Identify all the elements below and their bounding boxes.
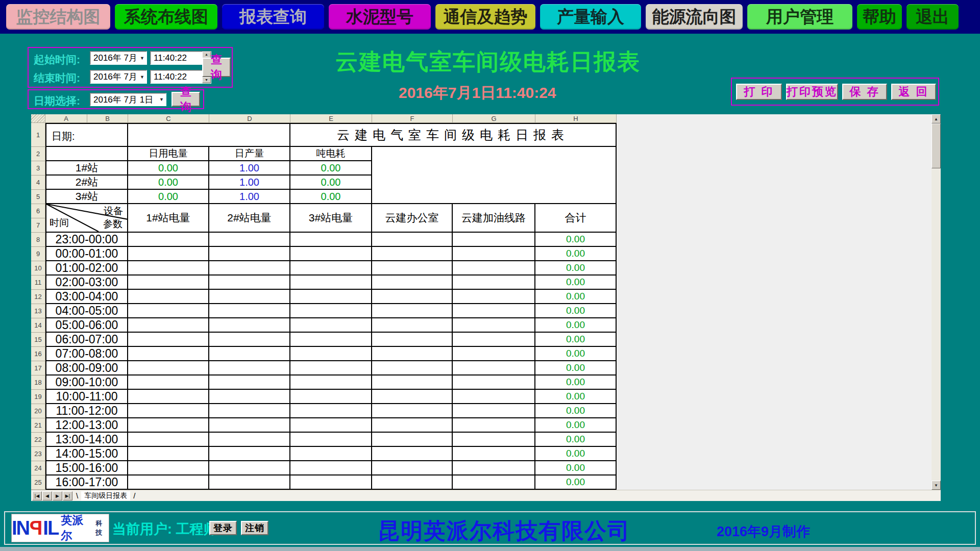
station-output-value[interactable]: 1.00 [209, 190, 290, 204]
row-header[interactable]: 8 [31, 233, 45, 247]
station-perton-value: 0.00 [290, 176, 372, 190]
logo-text-cn: 英派尔 [61, 513, 94, 543]
row-header[interactable]: 22 [31, 433, 45, 447]
row-header[interactable]: 19 [31, 390, 45, 404]
nav-button-cement-type[interactable]: 水泥型号 [329, 4, 431, 30]
empty-cell [372, 433, 453, 447]
col-header-f[interactable]: F [372, 114, 453, 123]
nav-last-icon[interactable]: ▶| [63, 491, 72, 500]
station-perton-value: 0.00 [290, 161, 372, 176]
row-header[interactable]: 2 [31, 147, 45, 161]
total-value: 0.00 [535, 447, 617, 461]
empty-cell [453, 318, 535, 333]
empty-cell [290, 433, 372, 447]
nav-prev-icon[interactable]: ◀ [42, 491, 52, 500]
total-value: 0.00 [535, 390, 617, 404]
nav-button-user-management[interactable]: 用户管理 [747, 4, 852, 30]
print-button[interactable]: 打 印 [736, 84, 782, 100]
nav-button-system-wiring[interactable]: 系统布线图 [115, 4, 217, 30]
empty-cell [372, 447, 453, 461]
nav-button-report-query[interactable]: 报表查询 [222, 4, 324, 30]
row-header[interactable]: 11 [31, 276, 45, 290]
nav-button-help[interactable]: 帮助 [857, 4, 902, 30]
col-header-h[interactable]: H [535, 114, 617, 123]
row-header[interactable]: 17 [31, 361, 45, 375]
empty-cell [209, 247, 290, 261]
report-actions-panel: 打 印 打印预览 保 存 返 回 [731, 78, 939, 106]
row-header[interactable]: 16 [31, 347, 45, 361]
total-value: 0.00 [535, 347, 617, 361]
station-name: 2#站 [45, 176, 128, 190]
row-header[interactable]: 18 [31, 375, 45, 390]
row-header[interactable]: 9 [31, 247, 45, 261]
scrollbar-thumb[interactable] [932, 123, 941, 168]
empty-cell [372, 347, 453, 361]
station-power-value: 0.00 [128, 190, 209, 204]
end-time-value: 11:40:22 [154, 72, 187, 82]
col-header-e[interactable]: E [290, 114, 372, 123]
nav-button-output-entry[interactable]: 产量输入 [540, 4, 641, 30]
row-header[interactable]: 24 [31, 461, 45, 475]
row-header[interactable]: 3 [31, 161, 45, 176]
query-date-button[interactable]: 查询 [172, 92, 200, 107]
empty-cell [372, 304, 453, 318]
row-header[interactable]: 7 [31, 218, 45, 233]
end-date-combo[interactable]: 2016年 7月 ▼ [90, 70, 147, 84]
scroll-up-icon[interactable]: ▲ [932, 114, 941, 123]
empty-cell [290, 318, 372, 333]
row-header[interactable]: 14 [31, 318, 45, 333]
login-button[interactable]: 登录 [209, 521, 237, 535]
row-header[interactable]: 13 [31, 304, 45, 318]
station-output-value[interactable]: 1.00 [209, 161, 290, 176]
total-value: 0.00 [535, 404, 617, 418]
nav-first-icon[interactable]: |◀ [32, 491, 42, 500]
row-header[interactable]: 15 [31, 333, 45, 347]
start-date-combo[interactable]: 2016年 7月 ▼ [90, 51, 147, 65]
query-range-button[interactable]: 查询 [202, 58, 231, 77]
row-header[interactable]: 12 [31, 290, 45, 304]
col-header-a[interactable]: A [45, 114, 87, 123]
save-button[interactable]: 保 存 [842, 84, 887, 100]
row-header[interactable]: 6 [31, 204, 45, 218]
chevron-down-icon[interactable]: ▼ [159, 97, 164, 102]
row-header[interactable]: 1 [31, 123, 45, 147]
nav-next-icon[interactable]: ▶ [53, 491, 62, 500]
logout-button[interactable]: 注销 [241, 521, 268, 535]
empty-cell [372, 361, 453, 375]
empty-cell [209, 361, 290, 375]
row-header[interactable]: 23 [31, 447, 45, 461]
nav-button-energy-flow[interactable]: 能源流向图 [646, 4, 743, 30]
station-output-value[interactable]: 1.00 [209, 176, 290, 190]
select-all-corner[interactable] [31, 114, 45, 123]
nav-button-exit[interactable]: 退出 [906, 4, 959, 30]
row-header[interactable]: 21 [31, 418, 45, 433]
sheet-tab-workshop-daily[interactable]: 车间级日报表 [81, 491, 130, 500]
vertical-scrollbar[interactable]: ▲ ▼ [932, 114, 941, 490]
row-header[interactable]: 4 [31, 176, 45, 190]
chevron-down-icon[interactable]: ▼ [140, 74, 144, 80]
hour-col-header: 3#站电量 [290, 204, 372, 233]
chevron-down-icon[interactable]: ▼ [140, 56, 144, 61]
empty-cell [453, 276, 535, 290]
empty-cell [372, 375, 453, 390]
row-header[interactable]: 5 [31, 190, 45, 204]
nav-button-monitor-structure[interactable]: 监控结构图 [6, 4, 110, 30]
empty-cell [128, 290, 209, 304]
col-header-c[interactable]: C [128, 114, 209, 123]
empty-cell [209, 304, 290, 318]
empty-cell [290, 261, 372, 276]
print-preview-button[interactable]: 打印预览 [786, 84, 838, 100]
scroll-down-icon[interactable]: ▼ [932, 481, 941, 490]
date-select-combo[interactable]: 2016年 7月 1日 ▼ [90, 93, 166, 106]
total-value: 0.00 [535, 418, 617, 433]
empty-cell [128, 333, 209, 347]
empty-cell [372, 290, 453, 304]
col-header-g[interactable]: G [453, 114, 535, 123]
nav-button-comm-trend[interactable]: 通信及趋势 [435, 4, 535, 30]
col-header-d[interactable]: D [209, 114, 290, 123]
col-header-b[interactable]: B [87, 114, 128, 123]
row-header[interactable]: 25 [31, 475, 45, 490]
back-button[interactable]: 返 回 [891, 84, 936, 100]
row-header[interactable]: 20 [31, 404, 45, 418]
row-header[interactable]: 10 [31, 261, 45, 276]
